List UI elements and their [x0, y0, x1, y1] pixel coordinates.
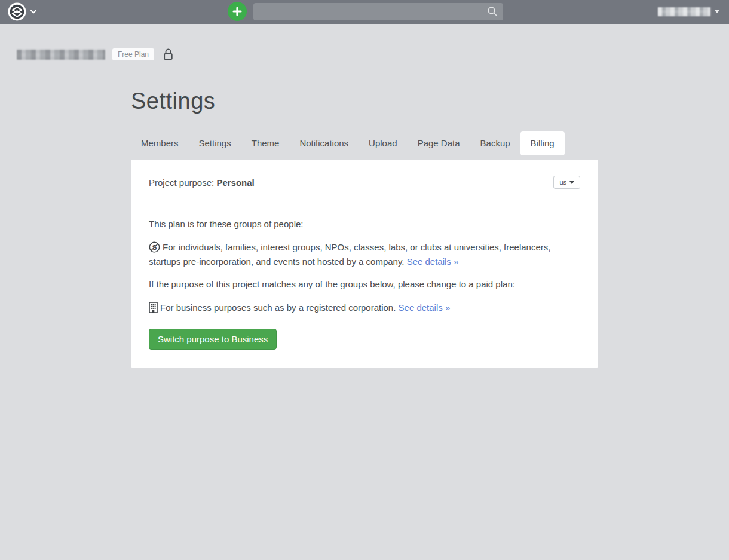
- plan-intro: This plan is for these groups of people:: [149, 218, 580, 230]
- billing-panel: Project purpose: Personal us This plan i…: [131, 160, 598, 368]
- project-header: Free Plan: [0, 24, 729, 60]
- locale-value: us: [559, 179, 566, 186]
- tab-backup[interactable]: Backup: [470, 131, 520, 155]
- business-see-details-link[interactable]: See details »: [399, 302, 451, 313]
- tab-page-data[interactable]: Page Data: [408, 131, 470, 155]
- new-page-button[interactable]: [228, 2, 247, 21]
- search-box: [253, 3, 503, 20]
- project-purpose: Project purpose: Personal: [149, 178, 255, 188]
- lock-icon: [163, 48, 173, 60]
- tab-theme[interactable]: Theme: [241, 131, 290, 155]
- locale-dropdown[interactable]: us: [553, 176, 580, 189]
- plus-icon: [232, 7, 242, 16]
- app-logo-icon: [8, 2, 26, 21]
- top-navbar: [0, 0, 729, 24]
- chevron-down-icon: [30, 10, 36, 14]
- plan-badge: Free Plan: [112, 48, 154, 60]
- purpose-label: Project purpose:: [149, 178, 216, 188]
- purpose-row: Project purpose: Personal us: [149, 176, 580, 189]
- personal-see-details-link[interactable]: See details »: [407, 256, 459, 267]
- settings-main: Settings Members Settings Theme Notifica…: [131, 88, 598, 368]
- project-switcher[interactable]: [8, 2, 36, 21]
- caret-down-icon: [715, 10, 719, 13]
- personal-description: For individuals, families, interest grou…: [149, 242, 550, 267]
- business-description: For business purposes such as by a regis…: [160, 302, 399, 313]
- project-name-redacted: [17, 50, 105, 60]
- no-dollar-circle-icon: S: [149, 241, 160, 256]
- tab-billing[interactable]: Billing: [520, 131, 565, 155]
- tab-upload[interactable]: Upload: [359, 131, 408, 155]
- tab-settings[interactable]: Settings: [189, 131, 241, 155]
- paid-plan-prompt: If the purpose of this project matches a…: [149, 279, 580, 290]
- user-name-redacted: [658, 7, 710, 16]
- page-title: Settings: [131, 88, 598, 114]
- divider: [149, 203, 580, 203]
- search-input[interactable]: [253, 3, 503, 20]
- search-icon[interactable]: [487, 6, 498, 17]
- switch-purpose-button[interactable]: Switch purpose to Business: [149, 329, 277, 350]
- building-icon: [149, 302, 158, 316]
- tab-members[interactable]: Members: [131, 131, 189, 155]
- navbar-center-group: [228, 2, 503, 21]
- business-purpose-paragraph: For business purposes such as by a regis…: [149, 302, 580, 316]
- settings-tabs: Members Settings Theme Notifications Upl…: [131, 131, 598, 155]
- personal-purpose-paragraph: S For individuals, families, interest gr…: [149, 241, 580, 268]
- purpose-value: Personal: [216, 178, 254, 188]
- caret-down-icon: [569, 181, 574, 184]
- user-menu[interactable]: [658, 7, 719, 16]
- tab-notifications[interactable]: Notifications: [289, 131, 359, 155]
